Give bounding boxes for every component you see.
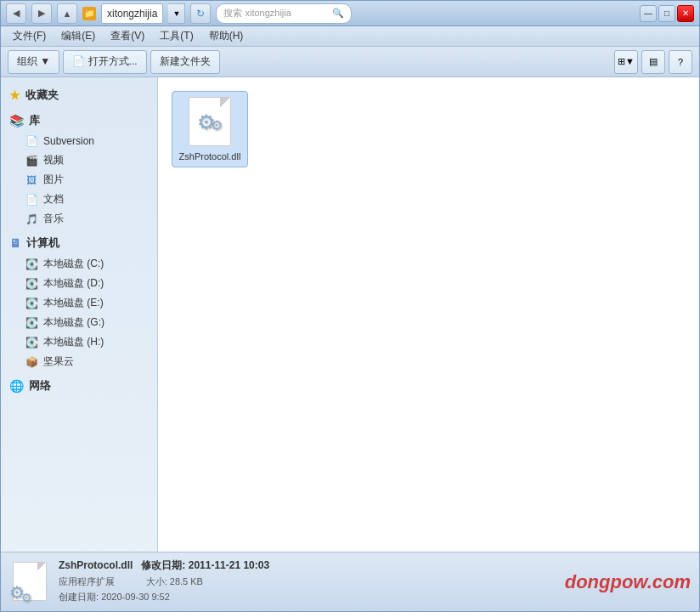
images-icon: 🖼: [25, 173, 38, 187]
main-area: ★ 收藏夹 📚 库 📄 Subversion 🎬 视频: [1, 77, 699, 552]
search-placeholder: 搜索 xitongzhijia: [223, 7, 329, 20]
subversion-icon: 📄: [25, 134, 38, 148]
file-item-dll[interactable]: ⚙ ⚙ ZshProtocol.dll: [172, 91, 248, 167]
preview-pane-button[interactable]: ▤: [641, 50, 665, 74]
toolbar: 组织 ▼ 📄 打开方式... 新建文件夹 ⊞▼ ▤ ?: [1, 47, 699, 77]
jianguoyun-icon: 📦: [25, 355, 38, 369]
folder-icon: 📁: [82, 7, 96, 20]
network-section: 🌐 网络: [1, 375, 157, 397]
sidebar-item-subversion[interactable]: 📄 Subversion: [1, 132, 157, 150]
address-dropdown[interactable]: ▼: [168, 3, 185, 24]
status-bar: ⚙ ⚙ ZshProtocol.dll 修改日期: 2011-11-21 10:…: [1, 552, 699, 611]
search-box[interactable]: 搜索 xitongzhijia 🔍: [216, 3, 352, 24]
view-toggle-button[interactable]: ⊞▼: [614, 50, 638, 74]
computer-section: 🖥 计算机 💽 本地磁盘 (C:) 💽 本地磁盘 (D:) 💽 本地磁盘 (E:…: [1, 232, 157, 371]
window-controls: — □ ✕: [640, 5, 694, 22]
documents-icon: 📄: [25, 193, 38, 207]
close-button[interactable]: ✕: [677, 5, 694, 22]
file-area: ⚙ ⚙ ZshProtocol.dll: [158, 77, 699, 552]
drive-e[interactable]: 💽 本地磁盘 (E:): [1, 293, 157, 313]
status-type: 应用程序扩展 大小: 28.5 KB: [59, 575, 556, 590]
sidebar-item-music[interactable]: 🎵 音乐: [1, 209, 157, 229]
status-gear-small: ⚙: [21, 591, 32, 604]
drive-h-icon: 💽: [25, 336, 38, 349]
menu-file[interactable]: 文件(F): [6, 27, 53, 45]
drive-d[interactable]: 💽 本地磁盘 (D:): [1, 274, 157, 293]
watermark: dongpow.com: [565, 571, 691, 593]
library-header[interactable]: 📚 库: [1, 110, 157, 132]
computer-icon: 🖥: [9, 236, 21, 250]
library-section: 📚 库 📄 Subversion 🎬 视频 🖼 图片 📄 文档: [1, 110, 157, 229]
drive-g[interactable]: 💽 本地磁盘 (G:): [1, 313, 157, 332]
status-filename: ZshProtocol.dll 修改日期: 2011-11-21 10:03: [59, 558, 556, 573]
minimize-button[interactable]: —: [640, 5, 657, 22]
menu-help[interactable]: 帮助(H): [202, 27, 251, 45]
search-icon[interactable]: 🔍: [332, 8, 344, 19]
title-bar: ◀ ▶ ▲ 📁 xitongzhijia ▼ ↻ 搜索 xitongzhijia…: [1, 1, 699, 26]
help-button[interactable]: ?: [669, 50, 692, 74]
toolbar-right: ⊞▼ ▤ ?: [614, 50, 692, 74]
drive-c[interactable]: 💽 本地磁盘 (C:): [1, 254, 157, 274]
library-icon: 📚: [9, 114, 24, 128]
dll-file-icon: ⚙ ⚙: [184, 97, 235, 148]
organize-button[interactable]: 组织 ▼: [8, 50, 59, 74]
title-bar-left: ◀ ▶ ▲ 📁 xitongzhijia ▼ ↻ 搜索 xitongzhijia…: [6, 3, 352, 24]
maximize-button[interactable]: □: [658, 5, 675, 22]
back-button[interactable]: ◀: [6, 3, 26, 24]
up-button[interactable]: ▲: [57, 3, 77, 24]
drive-c-icon: 💽: [25, 258, 38, 271]
favorites-header[interactable]: ★ 收藏夹: [1, 84, 157, 106]
open-with-button[interactable]: 📄 打开方式...: [63, 50, 146, 74]
menu-tools[interactable]: 工具(T): [153, 27, 200, 45]
drive-g-icon: 💽: [25, 316, 38, 330]
video-icon: 🎬: [25, 154, 38, 167]
menu-bar: 文件(F) 编辑(E) 查看(V) 工具(T) 帮助(H): [1, 26, 699, 47]
status-create: 创建日期: 2020-09-30 9:52: [59, 590, 556, 605]
menu-edit[interactable]: 编辑(E): [54, 27, 102, 45]
jianguoyun[interactable]: 📦 坚果云: [1, 352, 157, 371]
new-folder-button[interactable]: 新建文件夹: [150, 50, 220, 74]
menu-view[interactable]: 查看(V): [104, 27, 151, 45]
status-file-icon: ⚙ ⚙: [9, 562, 50, 603]
sidebar-item-documents[interactable]: 📄 文档: [1, 190, 157, 209]
gear-small-icon: ⚙: [211, 119, 223, 133]
favorites-section: ★ 收藏夹: [1, 84, 157, 106]
file-label-dll: ZshProtocol.dll: [179, 151, 241, 162]
network-header[interactable]: 🌐 网络: [1, 375, 157, 397]
music-icon: 🎵: [25, 212, 38, 226]
drive-h[interactable]: 💽 本地磁盘 (H:): [1, 332, 157, 352]
star-icon: ★: [9, 88, 20, 102]
explorer-window: ◀ ▶ ▲ 📁 xitongzhijia ▼ ↻ 搜索 xitongzhijia…: [0, 0, 700, 612]
drive-d-icon: 💽: [25, 277, 38, 291]
network-icon: 🌐: [9, 379, 24, 393]
sidebar: ★ 收藏夹 📚 库 📄 Subversion 🎬 视频: [1, 77, 158, 552]
drive-e-icon: 💽: [25, 297, 38, 310]
sidebar-item-images[interactable]: 🖼 图片: [1, 170, 157, 190]
address-input[interactable]: xitongzhijia: [101, 3, 163, 24]
status-info: ZshProtocol.dll 修改日期: 2011-11-21 10:03 应…: [59, 558, 556, 604]
sidebar-item-video[interactable]: 🎬 视频: [1, 150, 157, 170]
computer-header[interactable]: 🖥 计算机: [1, 232, 157, 254]
forward-button[interactable]: ▶: [31, 3, 52, 24]
refresh-button[interactable]: ↻: [190, 3, 211, 24]
